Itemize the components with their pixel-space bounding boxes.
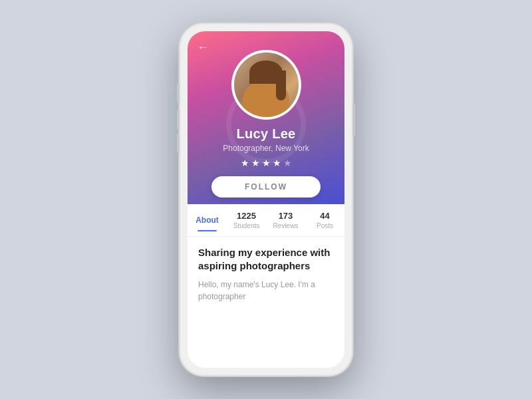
stats-bar: About 1225 Students 173 Reviews 44 Posts <box>188 204 344 237</box>
avatar-image <box>234 53 299 117</box>
rating-stars: ★ ★ ★ ★ ★ <box>241 158 292 168</box>
about-label: About <box>196 215 219 225</box>
content-title: Sharing my experience with aspiring phot… <box>198 246 334 273</box>
students-count: 1225 <box>237 211 256 221</box>
tab-students[interactable]: 1225 Students <box>227 204 266 236</box>
avatar-hair <box>249 61 283 84</box>
tab-reviews[interactable]: 173 Reviews <box>266 204 305 236</box>
phone-screen: ← Lucy Lee Photographer, New York ★ ★ ★ … <box>188 31 344 368</box>
content-body: Hello, my name's Lucy Lee. I'm a photogr… <box>198 279 334 303</box>
profile-header: ← Lucy Lee Photographer, New York ★ ★ ★ … <box>188 31 344 204</box>
posts-count: 44 <box>320 211 329 221</box>
avatar <box>231 50 301 120</box>
students-label: Students <box>233 222 259 229</box>
profile-name: Lucy Lee <box>236 126 295 142</box>
posts-label: Posts <box>317 222 333 229</box>
reviews-count: 173 <box>279 211 293 221</box>
star-3: ★ <box>262 158 271 168</box>
content-area: Sharing my experience with aspiring phot… <box>188 237 344 312</box>
profile-subtitle: Photographer, New York <box>223 144 309 153</box>
reviews-label: Reviews <box>273 222 299 229</box>
tab-posts[interactable]: 44 Posts <box>305 204 344 236</box>
star-2: ★ <box>251 158 260 168</box>
star-1: ★ <box>241 158 249 168</box>
tab-about[interactable]: About <box>188 209 227 231</box>
phone-frame: ← Lucy Lee Photographer, New York ★ ★ ★ … <box>180 23 352 376</box>
back-button[interactable]: ← <box>197 41 209 55</box>
star-4: ★ <box>273 158 281 168</box>
star-5: ★ <box>283 158 292 168</box>
follow-button[interactable]: FOLLOW <box>211 176 321 198</box>
